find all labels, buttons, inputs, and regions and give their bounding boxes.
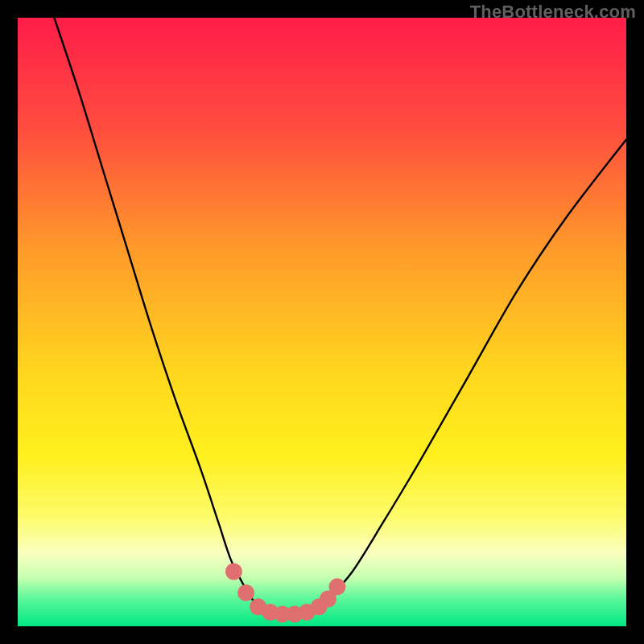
plot-area bbox=[18, 18, 626, 626]
bottleneck-chart bbox=[18, 18, 626, 626]
watermark-text: TheBottleneck.com bbox=[470, 2, 636, 23]
marker-dot bbox=[225, 563, 242, 580]
gradient-background bbox=[18, 18, 626, 626]
marker-dot bbox=[328, 578, 345, 595]
marker-dot bbox=[237, 584, 254, 601]
chart-frame: TheBottleneck.com bbox=[0, 0, 644, 644]
